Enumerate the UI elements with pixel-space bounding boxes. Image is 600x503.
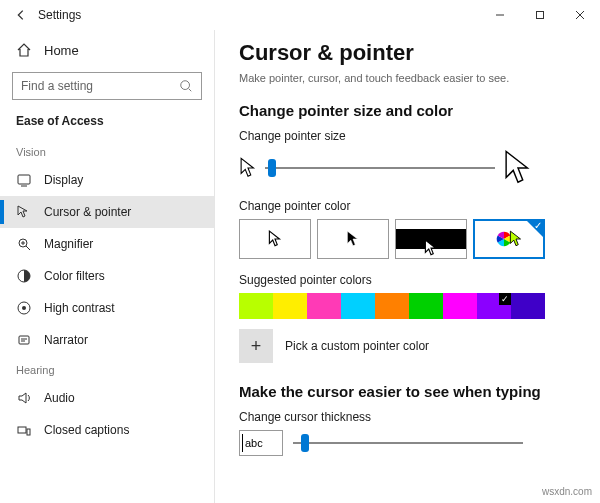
section-cursor: Make the cursor easier to see when typin… [239,383,576,400]
arrow-left-icon [14,8,28,22]
group-vision-label: Vision [0,138,214,164]
home-link[interactable]: Home [0,36,214,64]
nav-icon [16,204,32,220]
search-box[interactable] [12,72,202,100]
nav-label: Display [44,173,83,187]
sidebar-item-magnifier[interactable]: Magnifier [0,228,214,260]
pointer-color-black[interactable] [317,219,389,259]
content-pane: Cursor & pointer Make pointer, cursor, a… [215,30,600,503]
cursor-thickness-slider[interactable] [293,433,523,453]
nav-icon [16,236,32,252]
sidebar-item-high-contrast[interactable]: High contrast [0,292,214,324]
nav-icon [16,390,32,406]
color-swatch[interactable] [477,293,511,319]
minimize-button[interactable] [480,0,520,30]
nav-label: Closed captions [44,423,129,437]
color-swatch[interactable] [443,293,477,319]
cursor-white-icon [268,230,282,248]
color-swatch[interactable] [307,293,341,319]
svg-line-3 [189,89,192,92]
cursor-large-icon [503,149,533,187]
cursor-preview: abc [239,430,283,456]
home-label: Home [44,43,79,58]
label-suggested-colors: Suggested pointer colors [239,273,576,287]
label-pick-custom: Pick a custom pointer color [285,339,429,353]
section-size-color: Change pointer size and color [239,102,576,119]
close-icon [575,10,585,20]
watermark: wsxdn.com [542,486,592,497]
nav-icon [16,332,32,348]
sidebar-item-narrator[interactable]: Narrator [0,324,214,356]
window-controls [480,0,600,30]
sidebar-item-closed-captions[interactable]: Closed captions [0,414,214,446]
color-swatch[interactable] [375,293,409,319]
svg-point-12 [22,306,26,310]
svg-rect-4 [18,175,30,184]
close-button[interactable] [560,0,600,30]
svg-point-2 [181,81,190,90]
sidebar: Home Ease of Access Vision DisplayCursor… [0,30,215,503]
pointer-color-inverted[interactable] [395,219,467,259]
search-icon [179,79,193,93]
svg-rect-17 [27,429,30,435]
nav-icon [16,300,32,316]
nav-icon [16,268,32,284]
sidebar-item-audio[interactable]: Audio [0,382,214,414]
cursor-black-icon [346,230,360,248]
label-cursor-thickness: Change cursor thickness [239,410,576,424]
cursor-inverted-icon [424,239,438,257]
minimize-icon [495,10,505,20]
search-input[interactable] [21,79,179,93]
add-custom-color-button[interactable]: + [239,329,273,363]
color-swatch[interactable] [511,293,545,319]
group-hearing-label: Hearing [0,356,214,382]
color-swatch[interactable] [341,293,375,319]
label-pointer-color: Change pointer color [239,199,576,213]
svg-rect-1 [537,12,544,19]
pointer-size-row [239,149,576,187]
titlebar: Settings [0,0,600,30]
svg-line-7 [26,246,30,250]
color-swatch[interactable] [409,293,443,319]
cursor-colored-icon [509,230,523,248]
color-swatch[interactable] [273,293,307,319]
maximize-icon [535,10,545,20]
window-title: Settings [38,8,81,22]
back-button[interactable] [6,0,36,30]
plus-icon: + [251,336,262,357]
nav-icon [16,172,32,188]
page-subtitle: Make pointer, cursor, and touch feedback… [239,72,576,84]
sidebar-item-color-filters[interactable]: Color filters [0,260,214,292]
page-title: Cursor & pointer [239,40,576,66]
cursor-preview-text: abc [245,437,263,449]
nav-label: Magnifier [44,237,93,251]
nav-label: Narrator [44,333,88,347]
cursor-small-icon [239,157,257,179]
svg-rect-16 [18,427,26,433]
sidebar-item-cursor-pointer[interactable]: Cursor & pointer [0,196,214,228]
nav-label: Color filters [44,269,105,283]
check-icon: ✓ [534,220,542,231]
nav-label: Audio [44,391,75,405]
suggested-colors-row [239,293,576,319]
nav-icon [16,422,32,438]
category-label: Ease of Access [0,110,214,138]
home-icon [16,42,32,58]
pointer-color-options: ✓ [239,219,576,259]
nav-label: Cursor & pointer [44,205,131,219]
pointer-color-white[interactable] [239,219,311,259]
nav-label: High contrast [44,301,115,315]
sidebar-item-display[interactable]: Display [0,164,214,196]
label-pointer-size: Change pointer size [239,129,576,143]
pointer-color-custom[interactable]: ✓ [473,219,545,259]
maximize-button[interactable] [520,0,560,30]
svg-rect-13 [19,336,29,344]
cursor-thickness-row: abc [239,430,576,456]
pointer-size-slider[interactable] [265,158,495,178]
custom-color-row: + Pick a custom pointer color [239,329,576,363]
color-swatch[interactable] [239,293,273,319]
